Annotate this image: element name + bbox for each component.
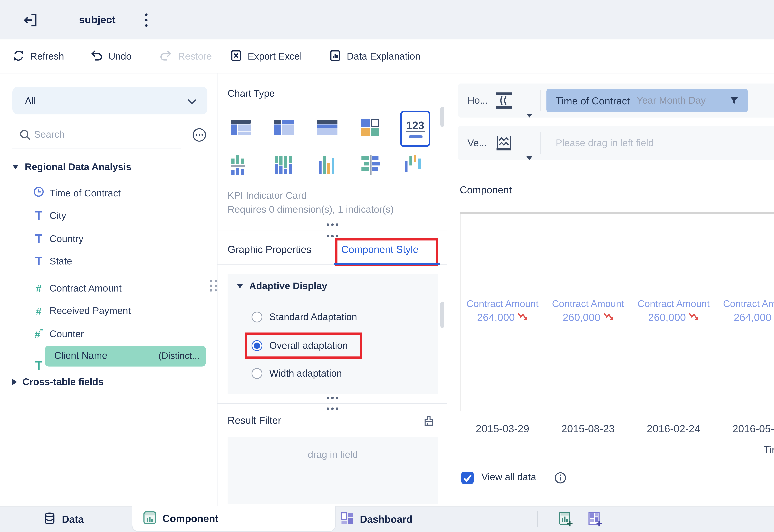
chart-type-scrollbar[interactable] <box>440 107 444 127</box>
filter-funnel-icon[interactable] <box>730 94 738 107</box>
tree-group-label: Regional Data Analysis <box>25 162 131 172</box>
horizontal-field-pill[interactable]: Time of Contract Year Month Day <box>546 89 748 112</box>
splitter-handle[interactable] <box>327 408 338 410</box>
component-title: Component <box>460 184 512 196</box>
excel-icon <box>230 49 242 64</box>
chart-type-mixed-dashboard-icon[interactable] <box>358 114 384 141</box>
kpi-value: 264,000 <box>734 312 771 323</box>
horizontal-shelf-label: Ho... <box>467 84 488 118</box>
shelf-divider <box>540 90 541 111</box>
chart-type-cross-table-icon[interactable] <box>314 114 341 141</box>
field-item-counter[interactable]: #* Counter <box>0 324 217 344</box>
collapse-triangle-icon <box>237 284 243 288</box>
view-all-data-checkbox[interactable] <box>461 472 474 484</box>
export-excel-button[interactable]: Export Excel <box>230 39 302 73</box>
chart-type-multi-column-icon[interactable] <box>314 152 341 178</box>
field-scope-select[interactable]: All <box>12 87 208 114</box>
vertical-axis-shelf[interactable]: Ve... Please drag in left field <box>458 126 774 160</box>
chart-type-kpi-card-icon-selected[interactable]: 123 <box>400 111 430 147</box>
selected-chart-requirement: Requires 0 dimension(s), 1 indicator(s) <box>228 204 394 215</box>
field-label: Received Payment <box>49 305 131 316</box>
x-axis-tick: 2016-05-26 <box>716 423 774 435</box>
field-item-country[interactable]: T Country <box>0 229 217 249</box>
panel-resize-handle[interactable] <box>210 280 217 291</box>
restore-button[interactable]: Restore <box>159 39 212 73</box>
radio-standard-adaptation[interactable]: Standard Adaptation <box>252 312 357 322</box>
splitter-handle[interactable] <box>327 397 338 399</box>
radio-icon[interactable] <box>252 368 262 379</box>
radio-label: Standard Adaptation <box>269 312 357 322</box>
refresh-button[interactable]: Refresh <box>12 39 64 73</box>
properties-scrollbar[interactable] <box>440 302 444 328</box>
tab-component-style[interactable]: Component Style <box>341 244 419 255</box>
search-input[interactable] <box>34 124 172 145</box>
field-label: City <box>49 210 66 221</box>
horizontal-axis-shelf[interactable]: Ho... Time of Contract Year Month Day <box>458 84 774 118</box>
field-item-state[interactable]: T State <box>0 251 217 271</box>
caret-down-icon[interactable] <box>526 149 532 163</box>
radio-width-adaptation[interactable]: Width adaptation <box>252 368 342 379</box>
tab-dashboard[interactable]: Dashboard <box>341 506 413 532</box>
undo-button[interactable]: Undo <box>90 39 131 73</box>
splitter-handle[interactable] <box>327 235 338 237</box>
tree-group-cross-table-fields[interactable]: Cross-table fields <box>12 373 103 390</box>
add-dashboard-icon[interactable] <box>588 511 604 530</box>
chart-type-bidirectional-bar-icon[interactable] <box>228 152 254 178</box>
field-label: Client Name <box>54 350 107 361</box>
chevron-down-icon <box>187 95 197 106</box>
tab-graphic-properties[interactable]: Graphic Properties <box>228 244 312 255</box>
info-icon[interactable] <box>554 472 566 487</box>
field-label: State <box>49 256 72 267</box>
field-item-time-of-contract[interactable]: Time of Contract <box>0 183 217 203</box>
kpi-card-row: Contract Amount264,000 Contract Amount26… <box>460 298 774 323</box>
chart-type-grouped-table-icon[interactable] <box>228 114 254 141</box>
x-axis-ticks: 2015-03-29 2015-08-23 2016-02-24 2016-05… <box>460 423 774 435</box>
horizontal-axis-icon[interactable] <box>494 90 514 114</box>
x-axis-tick: 2016-02-24 <box>631 423 716 435</box>
radio-icon-selected[interactable] <box>252 340 262 351</box>
header-divider <box>53 0 53 39</box>
vertical-axis-icon[interactable] <box>494 133 514 156</box>
data-explanation-icon <box>329 49 341 64</box>
radio-overall-adaptation[interactable]: Overall adaptation <box>252 340 348 351</box>
adaptive-display-header[interactable]: Adaptive Display <box>237 281 327 292</box>
tree-group-regional-data-analysis[interactable]: Regional Data Analysis <box>12 159 131 175</box>
more-options-icon[interactable] <box>192 128 207 145</box>
result-filter-dropzone[interactable]: drag in field <box>228 437 438 504</box>
add-component-icon[interactable] <box>558 511 574 530</box>
pill-field-name: Time of Contract <box>556 95 630 106</box>
vertical-shelf-placeholder: Please drag in left field <box>556 126 654 160</box>
chart-type-stacked-column-icon[interactable] <box>271 152 297 178</box>
clear-brush-icon[interactable] <box>423 414 435 430</box>
caret-down-icon[interactable] <box>526 107 532 121</box>
undo-icon <box>90 49 103 63</box>
data-explanation-button[interactable]: Data Explanation <box>329 39 420 73</box>
field-label: Counter <box>49 329 84 339</box>
kpi-value: 260,000 <box>648 312 686 323</box>
splitter-handle[interactable] <box>327 223 338 225</box>
adaptive-display-title: Adaptive Display <box>249 281 327 292</box>
back-icon[interactable] <box>22 12 39 29</box>
field-item-client-name[interactable]: T Client Name (Distinct... <box>0 356 217 376</box>
restore-label: Restore <box>178 51 212 62</box>
shelf-divider <box>540 132 541 154</box>
text-field-icon: T <box>32 359 45 373</box>
field-item-received-payment[interactable]: # Received Payment <box>0 301 217 321</box>
tab-data[interactable]: Data <box>43 506 84 532</box>
field-item-city[interactable]: T City <box>0 206 217 226</box>
radio-label: Overall adaptation <box>269 340 348 351</box>
radio-icon[interactable] <box>252 312 262 322</box>
chart-type-range-column-icon[interactable] <box>401 152 427 178</box>
field-item-contract-amount[interactable]: # Contract Amount <box>0 278 217 298</box>
kebab-menu-icon[interactable] <box>142 12 150 28</box>
component-chart-icon <box>143 511 156 526</box>
bottom-bar-divider <box>537 511 538 527</box>
selected-field-pill[interactable]: Client Name (Distinct... <box>45 345 206 366</box>
date-field-icon <box>32 186 45 200</box>
tab-component-active[interactable]: Component <box>131 506 336 532</box>
chart-type-bidirectional-horizontal-bar-icon[interactable] <box>358 152 384 178</box>
dropzone-placeholder: drag in field <box>308 449 358 504</box>
trend-down-icon <box>689 312 699 323</box>
data-explanation-label: Data Explanation <box>347 51 420 62</box>
chart-type-detail-table-icon[interactable] <box>271 114 297 141</box>
